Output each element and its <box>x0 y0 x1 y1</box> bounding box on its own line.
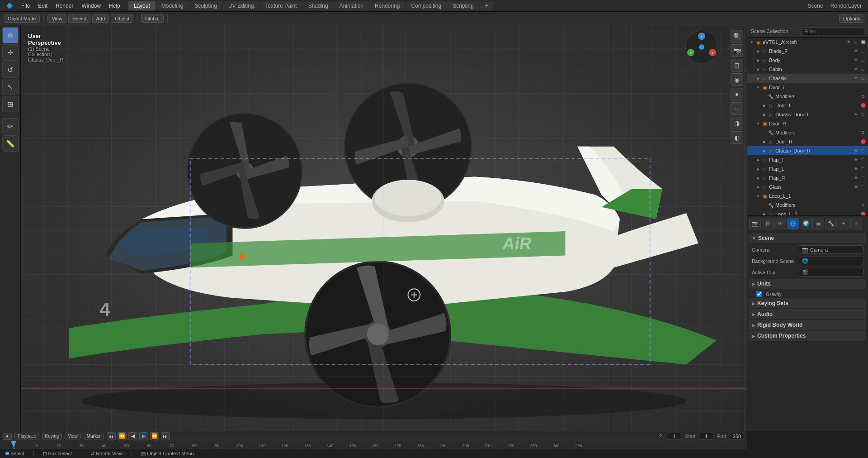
viewport-shading-material[interactable]: ◑ <box>731 117 743 129</box>
start-frame-value[interactable]: 1 <box>699 433 713 440</box>
view-menu[interactable]: View <box>47 14 66 23</box>
key-icon-dr[interactable]: 🔴 <box>860 138 866 145</box>
tree-item-door-r-obj[interactable]: ▶ ▷ Door_R 🔴 <box>747 137 868 146</box>
viewport-shading-render[interactable]: ◐ <box>731 131 743 144</box>
prop-tab-particles[interactable]: ✦ <box>838 218 849 229</box>
play-forward[interactable]: ▶ <box>139 432 148 440</box>
prop-tab-physics[interactable]: ⚛ <box>850 218 862 229</box>
tree-item-door-r[interactable]: ▼ ▣ Door_R <box>747 119 868 128</box>
jump-to-start[interactable]: ⏮ <box>107 432 116 440</box>
prev-keyframe[interactable]: ⏪ <box>118 432 127 440</box>
keying-dropdown[interactable]: Keying <box>42 433 62 439</box>
vp-gdr[interactable]: ⊡ <box>860 148 866 154</box>
blender-logo[interactable]: 🔷 <box>3 2 17 10</box>
viewport-shading-solid[interactable]: ● <box>731 88 743 100</box>
object-menu[interactable]: Object <box>111 14 133 23</box>
viewport-body[interactable]: ⊡ <box>860 57 866 63</box>
main-viewport[interactable]: AiR 4 User Perspective (1) Scene Collect… <box>21 25 747 431</box>
transform-tool[interactable]: ⊞ <box>2 96 19 112</box>
tree-item-door-l-modifiers[interactable]: 🔧 Modifiers ⚙ <box>747 92 868 101</box>
render-icon-evtol[interactable]: 🔘 <box>860 39 866 45</box>
tree-item-glass[interactable]: ▶ ▷ Glass 👁 ⊡ <box>747 182 868 191</box>
box-select-btn[interactable]: ⊡ Box Select <box>41 450 74 457</box>
tree-item-loop-l-1[interactable]: ▼ ▣ Loop_L_1 <box>747 191 868 200</box>
tab-sculpting[interactable]: Sculpting <box>189 1 222 10</box>
vp-gdl[interactable]: ⊡ <box>860 111 866 118</box>
perspective-toggle[interactable]: ⊡ <box>731 59 743 72</box>
prop-tab-view-layer[interactable]: 👁 <box>774 218 786 229</box>
help-menu[interactable]: Help <box>105 2 124 10</box>
tree-item-evtol[interactable]: ▼ ▣ eVTOL_Aircraft 👁 ⊡ 🔘 <box>747 38 868 47</box>
prop-tab-modifier[interactable]: 🔧 <box>825 218 837 229</box>
marker-dropdown[interactable]: Marker <box>84 433 104 439</box>
transform-global[interactable]: Global <box>141 14 164 23</box>
navigation-gizmo[interactable]: Y X Z <box>684 29 720 65</box>
gravity-checkbox[interactable] <box>756 291 762 297</box>
bg-scene-value[interactable]: 🌐 <box>799 257 863 265</box>
select-menu[interactable]: Select <box>68 14 90 23</box>
viewport-icon-evtol[interactable]: ⊡ <box>853 39 859 45</box>
select-mode-btn[interactable]: Select <box>4 450 26 457</box>
vis-flap-l[interactable]: 👁 <box>853 166 859 172</box>
viewport-shading-wire[interactable]: ○ <box>731 102 743 115</box>
tab-layout[interactable]: Layout <box>128 1 156 10</box>
current-frame-value[interactable]: 1 <box>667 433 681 440</box>
vp-flap-r[interactable]: ⊡ <box>860 175 866 181</box>
prop-tab-object[interactable]: ▣ <box>812 218 824 229</box>
vis-flap-r[interactable]: 👁 <box>853 175 859 181</box>
prop-tab-output[interactable]: 🖥 <box>762 218 774 229</box>
modifier-settings-dl[interactable]: ⚙ <box>860 93 866 100</box>
vis-gdl[interactable]: 👁 <box>853 111 859 118</box>
keying-sets-header[interactable]: ▶ Keying Sets <box>749 298 866 308</box>
annotate-tool[interactable]: ✏ <box>2 118 19 134</box>
visibility-icon-evtol[interactable]: 👁 <box>845 39 852 45</box>
visibility-chassis[interactable]: 👁 <box>853 75 859 81</box>
custom-props-header[interactable]: ▶ Custom Properties <box>749 331 866 341</box>
mode-selector[interactable]: Object Mode <box>4 14 40 23</box>
object-context-btn[interactable]: ▤ Object Context Menu <box>139 450 195 457</box>
key-ll1[interactable]: 🔴 <box>860 211 866 215</box>
viewport-cabin[interactable]: ⊡ <box>860 66 866 72</box>
visibility-cabin[interactable]: 👁 <box>853 66 859 72</box>
window-menu[interactable]: Window <box>78 2 104 10</box>
tree-item-door-l[interactable]: ▼ ▣ Door_L <box>747 83 868 92</box>
jump-to-end[interactable]: ⏭ <box>161 432 170 440</box>
viewport-blade[interactable]: ⊡ <box>860 48 866 54</box>
vp-glass[interactable]: ⊡ <box>860 184 866 190</box>
edit-menu[interactable]: Edit <box>34 2 51 10</box>
viewport-gizmo[interactable]: Y X Z <box>684 29 720 65</box>
units-header[interactable]: ▶ Units <box>749 279 866 289</box>
prop-tab-scene[interactable]: 🌐 <box>787 218 799 229</box>
tree-item-body[interactable]: ▶ ▷ Body 👁 ⊡ <box>747 56 868 65</box>
vis-gdr[interactable]: 👁 <box>853 148 859 154</box>
move-tool[interactable]: ✛ <box>2 44 19 61</box>
zoom-in-btn[interactable]: 🔍 <box>731 30 743 43</box>
next-keyframe[interactable]: ⏩ <box>150 432 159 440</box>
playback-dropdown[interactable]: Playback <box>14 433 39 439</box>
tab-shading[interactable]: Shading <box>303 1 334 10</box>
tab-rendering[interactable]: Rendering <box>369 1 405 10</box>
prop-tab-render[interactable]: 📷 <box>749 218 761 229</box>
tree-item-flap-r[interactable]: ▶ ▷ Flap_R 👁 ⊡ <box>747 173 868 182</box>
overlay-options[interactable]: Options <box>839 14 864 23</box>
modifier-settings-dr[interactable]: ⚙ <box>860 129 866 136</box>
tab-compositing[interactable]: Compositing <box>406 1 447 10</box>
view-dropdown[interactable]: View <box>65 433 81 439</box>
tree-item-flap-f[interactable]: ▶ ▷ Flap_F 👁 ⊡ <box>747 155 868 164</box>
tree-item-ll1-obj[interactable]: ▶ ▷ Loop_L_1 🔴 <box>747 210 868 215</box>
vp-flap-l[interactable]: ⊡ <box>860 166 866 172</box>
rotate-view-btn[interactable]: ↺ Rotate View <box>89 450 124 457</box>
prop-tab-world[interactable]: 🌍 <box>800 218 811 229</box>
tree-item-flap-l[interactable]: ▶ ▷ Flap_L 👁 ⊡ <box>747 164 868 173</box>
viewport-chassis[interactable]: ⊡ <box>860 75 866 81</box>
tab-modeling[interactable]: Modeling <box>156 1 189 10</box>
tree-item-glaass-door-l[interactable]: ▶ ▷ Glaass_Door_L 👁 ⊡ <box>747 110 868 119</box>
end-frame-value[interactable]: 250 <box>730 433 744 440</box>
rigid-body-header[interactable]: ▶ Rigid Body World <box>749 320 866 330</box>
tree-item-door-r-modifiers[interactable]: 🔧 Modifiers ⚙ <box>747 128 868 137</box>
render-menu[interactable]: Render <box>52 2 77 10</box>
add-menu[interactable]: Add <box>92 14 109 23</box>
tree-item-cabin[interactable]: ▶ ▷ Cabin 👁 ⊡ <box>747 65 868 74</box>
local-view-btn[interactable]: ◉ <box>731 73 743 86</box>
mod-settings-ll1[interactable]: ⚙ <box>860 202 866 208</box>
